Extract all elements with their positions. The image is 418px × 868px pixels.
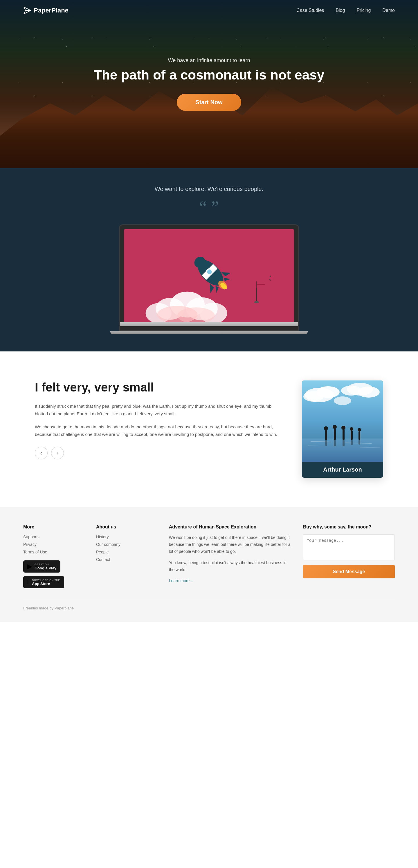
footer-link-terms[interactable]: Terms of Use xyxy=(23,550,47,554)
play-store-line1: GET IT ON xyxy=(34,563,56,566)
send-message-button[interactable]: Send Message xyxy=(303,565,395,578)
message-input[interactable] xyxy=(303,534,395,560)
app-store-badge[interactable]:  Download on the App Store xyxy=(23,576,64,588)
svg-rect-45 xyxy=(351,430,353,440)
svg-line-23 xyxy=(270,276,271,277)
svg-point-40 xyxy=(324,426,328,430)
google-play-badge[interactable]: ▶ GET IT ON Google Play xyxy=(23,560,60,572)
quote-text: We want to explore. We're curious people… xyxy=(23,186,395,192)
person-photo xyxy=(302,380,383,462)
quote-marks: “ ” xyxy=(23,198,395,216)
footer-link-contact[interactable]: Contact xyxy=(96,557,110,562)
svg-point-33 xyxy=(334,396,351,405)
footer-col3-body1: We won't be doing it just to get out the… xyxy=(169,534,292,555)
footer-col2-links: History Our company People Contact xyxy=(96,534,157,562)
play-store-icon: ▶ xyxy=(27,563,32,570)
svg-rect-52 xyxy=(351,440,353,445)
footer-link-company[interactable]: Our company xyxy=(96,542,120,547)
svg-point-46 xyxy=(350,427,353,431)
footer-col-about: About us History Our company People Cont… xyxy=(96,524,157,588)
laptop-container xyxy=(23,221,395,334)
play-store-text: GET IT ON Google Play xyxy=(34,563,56,570)
footer-link-history[interactable]: History xyxy=(96,534,109,539)
footer-col-adventure: Adventure of Human Space Exploration We … xyxy=(169,524,292,588)
footer-grid: More Supports Privacy Terms of Use ▶ GET… xyxy=(23,524,395,588)
start-now-button[interactable]: Start Now xyxy=(177,94,241,111)
footer-col1-links: Supports Privacy Terms of Use xyxy=(23,534,85,555)
footer-col-contact: Buy why, some say, the moon? Send Messag… xyxy=(303,524,395,588)
brand-logo[interactable]: PaperPlane xyxy=(23,6,68,14)
next-button[interactable]: › xyxy=(51,446,64,459)
person-photo-illustration xyxy=(302,380,383,462)
nav-links: Case Studies Blog Pricing Demo xyxy=(296,8,395,13)
nav-blog[interactable]: Blog xyxy=(335,8,345,13)
footer-col-more: More Supports Privacy Terms of Use ▶ GET… xyxy=(23,524,85,588)
apple-icon:  xyxy=(27,578,30,586)
svg-marker-13 xyxy=(221,268,231,277)
svg-point-42 xyxy=(333,425,337,429)
laptop-body xyxy=(119,224,299,331)
prev-button[interactable]: ‹ xyxy=(35,446,48,459)
laptop-bottom xyxy=(110,331,308,334)
app-store-text: Download on the App Store xyxy=(32,579,60,586)
person-name: Arthur Larson xyxy=(302,462,383,478)
app-badges: ▶ GET IT ON Google Play  Download on th… xyxy=(23,560,85,588)
footer: More Supports Privacy Terms of Use ▶ GET… xyxy=(0,507,418,622)
footer-link-people[interactable]: People xyxy=(96,550,109,554)
testimonial-heading: I felt very, very small xyxy=(35,380,279,394)
svg-point-48 xyxy=(358,428,361,432)
svg-rect-50 xyxy=(334,440,336,446)
footer-col2-title: About us xyxy=(96,524,157,530)
svg-rect-53 xyxy=(358,440,360,444)
footer-col3-title: Adventure of Human Space Exploration xyxy=(169,524,292,530)
brand-name: PaperPlane xyxy=(34,7,68,14)
app-store-line2: App Store xyxy=(32,582,60,586)
contact-form: Send Message xyxy=(303,534,395,578)
footer-link-supports[interactable]: Supports xyxy=(23,534,39,539)
footer-learn-more[interactable]: Learn more... xyxy=(169,578,193,583)
svg-point-20 xyxy=(254,301,259,303)
testimonial-para-1: It suddenly struck me that that tiny pea… xyxy=(35,403,279,417)
nav-case-studies[interactable]: Case Studies xyxy=(296,8,324,13)
app-store-line1: Download on the xyxy=(32,579,60,582)
hero-section: We have an infinite amount to learn The … xyxy=(0,0,418,168)
svg-rect-51 xyxy=(342,440,345,446)
person-card: Arthur Larson xyxy=(302,380,383,478)
svg-rect-39 xyxy=(325,430,327,440)
footer-col3-body2: You know, being a test pilot isn't alway… xyxy=(169,559,292,574)
svg-rect-47 xyxy=(358,431,360,440)
svg-point-29 xyxy=(303,391,324,402)
svg-rect-49 xyxy=(325,440,327,446)
nav-pricing[interactable]: Pricing xyxy=(356,8,371,13)
spacer xyxy=(0,334,418,351)
nav-demo[interactable]: Demo xyxy=(382,8,395,13)
testimonial-para-2: We choose to go to the moon in this deca… xyxy=(35,423,279,438)
svg-marker-12 xyxy=(205,283,215,293)
footer-col4-title: Buy why, some say, the moon? xyxy=(303,524,395,530)
navbar: PaperPlane Case Studies Blog Pricing Dem… xyxy=(0,0,418,21)
svg-rect-41 xyxy=(334,428,336,440)
hero-content: We have an infinite amount to learn The … xyxy=(94,58,325,111)
testimonial-nav: ‹ › xyxy=(35,446,279,459)
laptop xyxy=(119,224,299,334)
svg-point-44 xyxy=(341,426,346,430)
svg-rect-43 xyxy=(342,429,345,440)
laptop-screen xyxy=(124,229,294,322)
hero-subtitle: We have an infinite amount to learn xyxy=(94,58,325,64)
footer-col1-title: More xyxy=(23,524,85,530)
quote-section: We want to explore. We're curious people… xyxy=(0,168,418,334)
hero-title: The path of a cosmonaut is not easy xyxy=(94,67,325,83)
svg-point-32 xyxy=(341,386,361,396)
copyright-text: Freebies made by Paperplane xyxy=(23,606,74,610)
testimonial-section: I felt very, very small It suddenly stru… xyxy=(0,351,418,507)
laptop-base xyxy=(120,322,298,326)
play-store-line2: Google Play xyxy=(34,566,56,570)
svg-line-37 xyxy=(308,446,325,446)
svg-line-25 xyxy=(270,279,271,281)
footer-link-privacy[interactable]: Privacy xyxy=(23,542,36,547)
footer-bottom: Freebies made by Paperplane xyxy=(23,600,395,610)
testimonial-text-area: I felt very, very small It suddenly stru… xyxy=(35,380,279,459)
rocket-illustration xyxy=(124,229,294,322)
